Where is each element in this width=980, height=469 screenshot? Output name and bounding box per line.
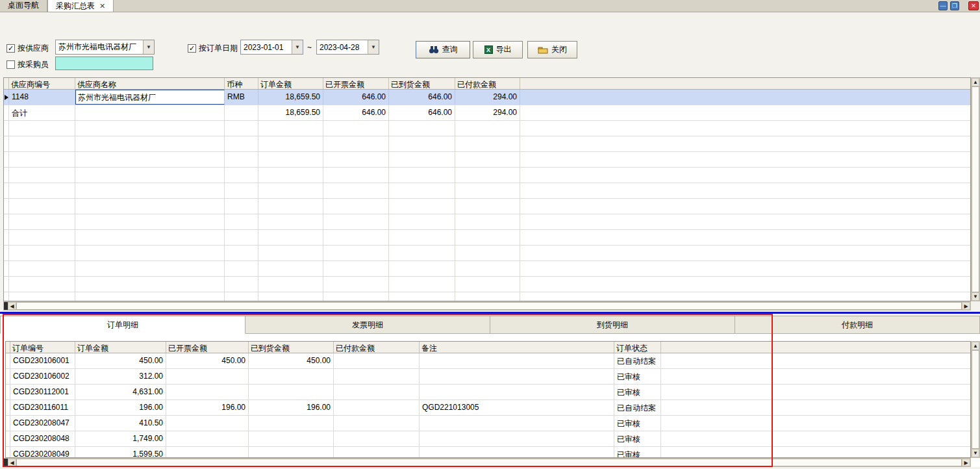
row-filler <box>661 369 970 384</box>
tab-desktop-nav-label: 桌面导航 <box>8 0 39 11</box>
scroll-right-icon[interactable]: ▶ <box>962 459 970 466</box>
grid-cell <box>258 261 323 276</box>
empty-row <box>4 261 970 277</box>
chevron-down-icon[interactable]: ▼ <box>143 40 154 54</box>
scroll-up-icon[interactable]: ▲ <box>972 78 979 86</box>
date-from-combo[interactable]: 2023-01-01 ▼ <box>240 40 303 55</box>
grid-cell <box>455 261 520 276</box>
column-header[interactable]: 备注 <box>420 342 614 353</box>
grid-cell <box>9 292 75 301</box>
column-header[interactable]: 供应商名称 <box>75 78 225 89</box>
panel-splitter[interactable] <box>0 312 980 314</box>
chevron-down-icon[interactable]: ▼ <box>368 40 379 54</box>
chevron-down-icon[interactable]: ▼ <box>292 40 303 54</box>
grid-cell <box>389 261 455 276</box>
grid-cell <box>455 246 520 260</box>
supplier-combo[interactable]: 苏州市光福电讯器材厂 ▼ <box>55 40 155 55</box>
detail-tab-4[interactable]: 付款明细 <box>735 316 980 334</box>
scroll-right-icon[interactable]: ▶ <box>962 302 970 310</box>
column-header[interactable]: 币种 <box>225 78 258 89</box>
scroll-down-icon[interactable]: ▼ <box>972 449 979 457</box>
column-header[interactable]: 已开票金额 <box>166 342 249 353</box>
column-header[interactable]: 订单金额 <box>75 342 166 353</box>
grid-cell: 646.00 <box>389 105 455 120</box>
tab-purchase-summary[interactable]: 采购汇总表 ✕ <box>47 0 114 12</box>
grid-cell <box>323 152 389 167</box>
grid-cell: QGD221013005 <box>420 400 614 415</box>
maximize-button[interactable]: ❐ <box>950 1 959 10</box>
export-button[interactable]: X 导出 <box>473 41 523 58</box>
detail-hscrollbar[interactable]: ◀ ▶ <box>3 458 971 467</box>
detail-row[interactable]: CGD230116011196.00196.00196.00QGD2210130… <box>6 400 970 416</box>
folder-icon <box>538 46 548 54</box>
column-header[interactable]: 已付款金额 <box>455 78 520 89</box>
tab-desktop-nav[interactable]: 桌面导航 <box>0 0 47 12</box>
row-filler <box>661 431 970 446</box>
grid-cell: CGD230208049 <box>10 447 75 458</box>
detail-tab-2[interactable]: 发票明细 <box>245 316 490 334</box>
grid-cell <box>75 277 225 292</box>
detail-row[interactable]: CGD2302080481,749.00已审核 <box>6 431 970 447</box>
scroll-left-icon[interactable]: ◀ <box>8 459 16 466</box>
grid-cell <box>225 261 258 276</box>
scroll-down-icon[interactable]: ▼ <box>972 292 979 301</box>
by-supplier-checkbox[interactable]: ✓ <box>6 44 15 53</box>
detail-tab-1[interactable]: 订单明细 <box>0 316 245 334</box>
detail-row[interactable]: CGD230106001450.00450.00450.00已自动结案 <box>6 353 970 369</box>
empty-row <box>4 199 970 214</box>
minimize-button[interactable]: — <box>938 1 948 10</box>
close-button[interactable]: 关闭 <box>527 41 577 58</box>
summary-hscrollbar[interactable]: ◀ ▶ <box>3 301 971 311</box>
by-date-checkbox[interactable]: ✓ <box>188 44 196 53</box>
summary-vscrollbar[interactable]: ▲ ▼ <box>971 77 980 301</box>
grid-cell: 196.00 <box>166 400 249 415</box>
column-header[interactable]: 已到货金额 <box>389 78 455 89</box>
detail-tab-3[interactable]: 到货明细 <box>490 316 735 334</box>
summary-row[interactable]: 合计18,659.50646.00646.00294.00 <box>4 105 970 121</box>
detail-row[interactable]: CGD2301120014,631.00已审核 <box>6 385 970 400</box>
tab-close-icon[interactable]: ✕ <box>99 3 105 10</box>
date-to-combo[interactable]: 2023-04-28 ▼ <box>316 40 379 55</box>
hscroll-thumb[interactable] <box>16 459 962 466</box>
detail-row[interactable]: CGD2302080491,599.50已审核 <box>6 447 970 458</box>
grid-cell <box>9 183 75 198</box>
grid-cell <box>249 431 334 446</box>
detail-vscrollbar[interactable]: ▲ ▼ <box>971 341 980 458</box>
buyer-input[interactable] <box>55 57 153 70</box>
summary-row[interactable]: 1148苏州市光福电讯器材厂RMB18,659.50646.00646.0029… <box>4 90 970 105</box>
column-header[interactable]: 已付款金额 <box>334 342 420 353</box>
grid-cell: 已审核 <box>614 447 661 458</box>
grid-cell <box>75 214 225 229</box>
row-indicator <box>4 292 9 301</box>
grid-cell <box>225 199 258 214</box>
vscroll-thumb[interactable] <box>972 86 979 292</box>
row-indicator <box>6 385 10 399</box>
column-header[interactable]: 订单编号 <box>10 342 75 353</box>
vscroll-thumb[interactable] <box>972 350 979 449</box>
grid-cell: 646.00 <box>323 90 389 105</box>
top-tab-strip: 桌面导航 采购汇总表 ✕ — ❐ ✕ <box>0 0 980 12</box>
row-filler <box>520 214 970 229</box>
by-date-label: 按订单日期 <box>199 43 238 54</box>
selected-row-arrow-icon <box>5 95 8 100</box>
row-indicator-header <box>4 78 9 89</box>
row-indicator <box>4 261 9 276</box>
scroll-left-icon[interactable]: ◀ <box>8 302 16 310</box>
empty-row <box>4 246 970 261</box>
detail-row[interactable]: CGD230106002312.00已审核 <box>6 369 970 385</box>
grid-cell <box>420 369 614 384</box>
column-header[interactable]: 已开票金额 <box>323 78 389 89</box>
query-button[interactable]: 查询 <box>416 41 470 58</box>
column-header[interactable]: 已到货金额 <box>249 342 334 353</box>
column-header[interactable]: 订单金额 <box>258 78 323 89</box>
grid-cell: 合计 <box>9 105 75 120</box>
column-header[interactable]: 供应商编号 <box>9 78 75 89</box>
detail-row[interactable]: CGD230208047410.50已审核 <box>6 416 970 431</box>
scroll-up-icon[interactable]: ▲ <box>972 342 979 350</box>
row-indicator <box>4 230 9 245</box>
column-header[interactable]: 订单状态 <box>614 342 661 353</box>
by-buyer-checkbox[interactable] <box>6 60 15 69</box>
close-window-button[interactable]: ✕ <box>968 1 979 10</box>
empty-row <box>4 152 970 168</box>
hscroll-thumb[interactable] <box>16 302 962 310</box>
